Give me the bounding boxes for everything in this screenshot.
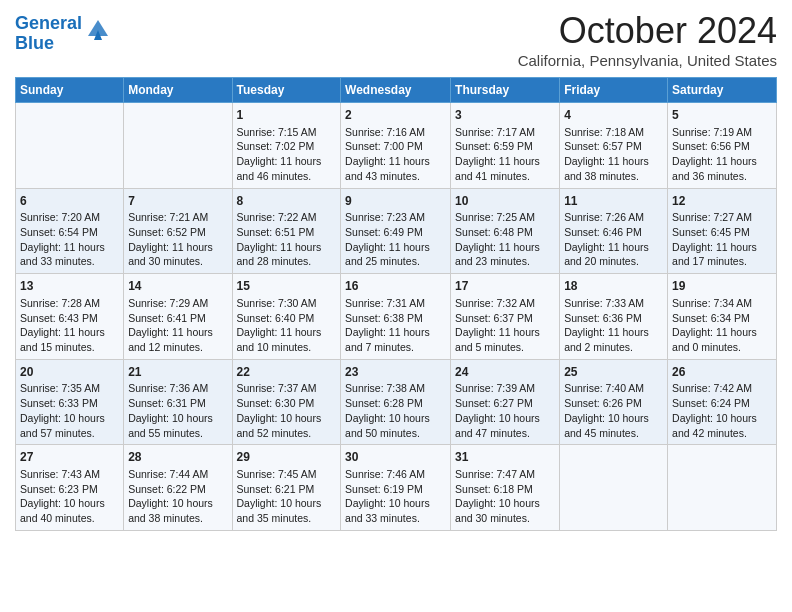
sunrise-text: Sunrise: 7:21 AM (128, 210, 227, 225)
week-row-2: 6Sunrise: 7:20 AMSunset: 6:54 PMDaylight… (16, 188, 777, 274)
day-number: 28 (128, 449, 227, 466)
sunset-text: Sunset: 6:30 PM (237, 396, 337, 411)
day-number: 5 (672, 107, 772, 124)
sunrise-text: Sunrise: 7:39 AM (455, 381, 555, 396)
sunrise-text: Sunrise: 7:23 AM (345, 210, 446, 225)
week-row-5: 27Sunrise: 7:43 AMSunset: 6:23 PMDayligh… (16, 445, 777, 531)
header-cell-saturday: Saturday (668, 78, 777, 103)
sunrise-text: Sunrise: 7:16 AM (345, 125, 446, 140)
day-number: 31 (455, 449, 555, 466)
sunrise-text: Sunrise: 7:45 AM (237, 467, 337, 482)
sunset-text: Sunset: 6:18 PM (455, 482, 555, 497)
sunset-text: Sunset: 6:49 PM (345, 225, 446, 240)
day-cell: 9Sunrise: 7:23 AMSunset: 6:49 PMDaylight… (341, 188, 451, 274)
sunset-text: Sunset: 6:23 PM (20, 482, 119, 497)
day-cell: 25Sunrise: 7:40 AMSunset: 6:26 PMDayligh… (560, 359, 668, 445)
sunrise-text: Sunrise: 7:46 AM (345, 467, 446, 482)
sunrise-text: Sunrise: 7:40 AM (564, 381, 663, 396)
day-number: 26 (672, 364, 772, 381)
sunrise-text: Sunrise: 7:36 AM (128, 381, 227, 396)
daylight-text: Daylight: 11 hours and 36 minutes. (672, 154, 772, 183)
sunrise-text: Sunrise: 7:38 AM (345, 381, 446, 396)
daylight-text: Daylight: 11 hours and 15 minutes. (20, 325, 119, 354)
day-number: 19 (672, 278, 772, 295)
day-cell: 20Sunrise: 7:35 AMSunset: 6:33 PMDayligh… (16, 359, 124, 445)
sunset-text: Sunset: 6:51 PM (237, 225, 337, 240)
day-number: 6 (20, 193, 119, 210)
sunset-text: Sunset: 6:24 PM (672, 396, 772, 411)
day-cell: 21Sunrise: 7:36 AMSunset: 6:31 PMDayligh… (124, 359, 232, 445)
day-number: 17 (455, 278, 555, 295)
day-cell: 8Sunrise: 7:22 AMSunset: 6:51 PMDaylight… (232, 188, 341, 274)
sunset-text: Sunset: 7:02 PM (237, 139, 337, 154)
sunrise-text: Sunrise: 7:32 AM (455, 296, 555, 311)
daylight-text: Daylight: 10 hours and 57 minutes. (20, 411, 119, 440)
logo: General Blue (15, 14, 112, 54)
sunrise-text: Sunrise: 7:26 AM (564, 210, 663, 225)
sunset-text: Sunset: 6:46 PM (564, 225, 663, 240)
sunset-text: Sunset: 7:00 PM (345, 139, 446, 154)
day-cell: 11Sunrise: 7:26 AMSunset: 6:46 PMDayligh… (560, 188, 668, 274)
logo-text: General Blue (15, 14, 82, 54)
sunset-text: Sunset: 6:21 PM (237, 482, 337, 497)
day-cell: 2Sunrise: 7:16 AMSunset: 7:00 PMDaylight… (341, 103, 451, 189)
day-cell: 19Sunrise: 7:34 AMSunset: 6:34 PMDayligh… (668, 274, 777, 360)
day-number: 12 (672, 193, 772, 210)
day-number: 13 (20, 278, 119, 295)
header-cell-tuesday: Tuesday (232, 78, 341, 103)
daylight-text: Daylight: 11 hours and 0 minutes. (672, 325, 772, 354)
daylight-text: Daylight: 10 hours and 30 minutes. (455, 496, 555, 525)
header-row: SundayMondayTuesdayWednesdayThursdayFrid… (16, 78, 777, 103)
week-row-3: 13Sunrise: 7:28 AMSunset: 6:43 PMDayligh… (16, 274, 777, 360)
sunrise-text: Sunrise: 7:19 AM (672, 125, 772, 140)
day-cell (668, 445, 777, 531)
day-number: 21 (128, 364, 227, 381)
day-cell: 7Sunrise: 7:21 AMSunset: 6:52 PMDaylight… (124, 188, 232, 274)
daylight-text: Daylight: 10 hours and 33 minutes. (345, 496, 446, 525)
sunrise-text: Sunrise: 7:44 AM (128, 467, 227, 482)
sunset-text: Sunset: 6:45 PM (672, 225, 772, 240)
header-cell-thursday: Thursday (451, 78, 560, 103)
day-number: 16 (345, 278, 446, 295)
day-number: 25 (564, 364, 663, 381)
daylight-text: Daylight: 10 hours and 45 minutes. (564, 411, 663, 440)
sunset-text: Sunset: 6:56 PM (672, 139, 772, 154)
daylight-text: Daylight: 11 hours and 5 minutes. (455, 325, 555, 354)
day-number: 10 (455, 193, 555, 210)
day-cell: 26Sunrise: 7:42 AMSunset: 6:24 PMDayligh… (668, 359, 777, 445)
day-number: 18 (564, 278, 663, 295)
sunrise-text: Sunrise: 7:15 AM (237, 125, 337, 140)
sunrise-text: Sunrise: 7:25 AM (455, 210, 555, 225)
day-cell: 15Sunrise: 7:30 AMSunset: 6:40 PMDayligh… (232, 274, 341, 360)
sunrise-text: Sunrise: 7:22 AM (237, 210, 337, 225)
day-cell: 6Sunrise: 7:20 AMSunset: 6:54 PMDaylight… (16, 188, 124, 274)
day-cell: 16Sunrise: 7:31 AMSunset: 6:38 PMDayligh… (341, 274, 451, 360)
day-cell: 14Sunrise: 7:29 AMSunset: 6:41 PMDayligh… (124, 274, 232, 360)
day-cell: 13Sunrise: 7:28 AMSunset: 6:43 PMDayligh… (16, 274, 124, 360)
daylight-text: Daylight: 11 hours and 28 minutes. (237, 240, 337, 269)
daylight-text: Daylight: 11 hours and 2 minutes. (564, 325, 663, 354)
day-cell (16, 103, 124, 189)
sunset-text: Sunset: 6:43 PM (20, 311, 119, 326)
day-cell: 10Sunrise: 7:25 AMSunset: 6:48 PMDayligh… (451, 188, 560, 274)
day-number: 20 (20, 364, 119, 381)
sunrise-text: Sunrise: 7:30 AM (237, 296, 337, 311)
daylight-text: Daylight: 10 hours and 55 minutes. (128, 411, 227, 440)
sunset-text: Sunset: 6:40 PM (237, 311, 337, 326)
day-cell: 30Sunrise: 7:46 AMSunset: 6:19 PMDayligh… (341, 445, 451, 531)
sunset-text: Sunset: 6:33 PM (20, 396, 119, 411)
sunset-text: Sunset: 6:28 PM (345, 396, 446, 411)
sunrise-text: Sunrise: 7:42 AM (672, 381, 772, 396)
day-number: 30 (345, 449, 446, 466)
sunrise-text: Sunrise: 7:20 AM (20, 210, 119, 225)
day-number: 1 (237, 107, 337, 124)
daylight-text: Daylight: 11 hours and 7 minutes. (345, 325, 446, 354)
sunrise-text: Sunrise: 7:37 AM (237, 381, 337, 396)
day-cell: 17Sunrise: 7:32 AMSunset: 6:37 PMDayligh… (451, 274, 560, 360)
daylight-text: Daylight: 11 hours and 17 minutes. (672, 240, 772, 269)
day-number: 3 (455, 107, 555, 124)
day-cell: 5Sunrise: 7:19 AMSunset: 6:56 PMDaylight… (668, 103, 777, 189)
sunrise-text: Sunrise: 7:18 AM (564, 125, 663, 140)
daylight-text: Daylight: 10 hours and 47 minutes. (455, 411, 555, 440)
sunset-text: Sunset: 6:48 PM (455, 225, 555, 240)
